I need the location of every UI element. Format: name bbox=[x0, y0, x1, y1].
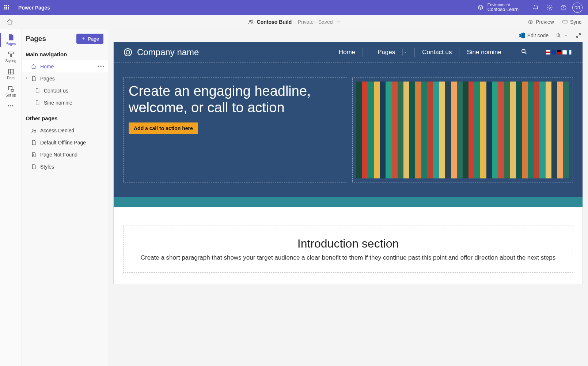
caret-down-icon bbox=[403, 50, 407, 54]
tree-label: Styles bbox=[40, 164, 54, 170]
environment-value: Contoso Learn bbox=[488, 7, 519, 12]
rail-styling[interactable]: Styling bbox=[0, 49, 22, 66]
svg-point-0 bbox=[549, 7, 551, 8]
tree-item-home[interactable]: Home ••• bbox=[22, 60, 108, 72]
intro-body[interactable]: Create a short paragraph that shows your… bbox=[138, 254, 558, 261]
svg-point-4 bbox=[251, 20, 253, 21]
sync-button[interactable]: Sync bbox=[562, 19, 581, 25]
svg-point-12 bbox=[33, 154, 34, 155]
environment-label: Environment bbox=[488, 3, 519, 7]
nav-sine[interactable]: Sine nomine bbox=[459, 48, 509, 57]
section-main-nav: Main navigation bbox=[22, 48, 108, 60]
chevron-down-icon bbox=[564, 33, 568, 38]
tree-label: Contact us bbox=[44, 88, 68, 94]
tree-label: Page Not Found bbox=[40, 152, 77, 158]
settings-icon[interactable] bbox=[543, 4, 557, 11]
rail-setup-label: Set up bbox=[0, 93, 22, 97]
tree-label: Home bbox=[40, 64, 54, 69]
site-nav-links: Home Pages Contact us Sine nomine bbox=[331, 48, 509, 57]
tree-label: Access Denied bbox=[40, 128, 74, 133]
tree-label: Default Offline Page bbox=[40, 140, 86, 146]
site-logo-icon[interactable] bbox=[124, 48, 132, 56]
rail-more[interactable]: ••• bbox=[0, 102, 22, 111]
environment-picker[interactable]: Environment Contoso Learn bbox=[477, 3, 519, 12]
edit-code-label: Edit code bbox=[527, 33, 549, 38]
site-selector[interactable]: Contoso Build - Private - Saved bbox=[247, 19, 341, 25]
people-icon bbox=[247, 19, 254, 25]
tree-item-styles[interactable]: Styles bbox=[22, 161, 108, 173]
svg-point-3 bbox=[249, 20, 251, 22]
site-state: - Private - Saved bbox=[295, 19, 333, 25]
rail-setup[interactable]: Set up bbox=[0, 83, 22, 100]
home-icon bbox=[31, 64, 37, 69]
svg-point-10 bbox=[33, 129, 34, 130]
tree-item-notfound[interactable]: Page Not Found bbox=[22, 148, 108, 161]
chevron-down-icon bbox=[335, 19, 341, 24]
add-page-label: Page bbox=[88, 36, 99, 42]
preview-button[interactable]: Preview bbox=[528, 19, 554, 25]
intro-section[interactable]: Introduction section Create a short para… bbox=[114, 207, 583, 284]
tree-item-more[interactable]: ••• bbox=[98, 64, 105, 69]
tree-item-pages[interactable]: Pages bbox=[22, 72, 108, 84]
section-other: Other pages bbox=[22, 112, 108, 124]
hero-image-column[interactable] bbox=[352, 78, 573, 182]
flag-icon bbox=[546, 50, 550, 54]
hero-section[interactable]: Create an engaging headline, welcome, or… bbox=[114, 63, 583, 197]
canvas: Edit code Company name Home Pages Contac… bbox=[108, 29, 588, 366]
tree-item-offline[interactable]: Default Offline Page bbox=[22, 136, 108, 148]
svg-rect-6 bbox=[563, 20, 567, 23]
rail-data-label: Data bbox=[0, 76, 22, 80]
data-icon bbox=[7, 68, 15, 75]
sync-icon bbox=[562, 19, 568, 25]
svg-rect-11 bbox=[34, 131, 36, 132]
expand-icon bbox=[576, 33, 581, 38]
user-lock-icon bbox=[31, 128, 37, 133]
user-avatar[interactable]: DR bbox=[570, 3, 584, 13]
edit-code-button[interactable]: Edit code bbox=[519, 33, 549, 38]
notifications-icon[interactable] bbox=[529, 4, 543, 11]
nav-home[interactable]: Home bbox=[331, 48, 363, 57]
expand-button[interactable] bbox=[576, 33, 581, 38]
hero-headline[interactable]: Create an engaging headline, welcome, or… bbox=[129, 83, 342, 116]
site-brand[interactable]: Company name bbox=[137, 47, 199, 57]
preview-stage[interactable]: Company name Home Pages Contact us Sine … bbox=[113, 42, 583, 284]
pages-panel: Pages Page Main navigation Home ••• Page… bbox=[22, 29, 108, 366]
svg-rect-7 bbox=[8, 69, 13, 74]
tree-item-sine[interactable]: Sine nomine bbox=[22, 97, 108, 109]
environment-icon bbox=[477, 4, 484, 11]
nav-pages[interactable]: Pages bbox=[363, 48, 415, 57]
help-icon[interactable] bbox=[557, 4, 570, 11]
hero-cta-button[interactable]: Add a call to action here bbox=[129, 122, 198, 134]
styling-icon bbox=[7, 51, 15, 58]
site-navbar: Company name Home Pages Contact us Sine … bbox=[114, 42, 583, 63]
preview-label: Preview bbox=[536, 19, 554, 25]
tree-item-contact[interactable]: Contact us bbox=[22, 84, 108, 97]
eye-icon bbox=[528, 19, 534, 25]
page-icon bbox=[34, 100, 40, 106]
tree-item-access-denied[interactable]: Access Denied bbox=[22, 124, 108, 136]
intro-title[interactable]: Introduction section bbox=[138, 237, 558, 250]
intro-text-block[interactable]: Introduction section Create a short para… bbox=[123, 226, 573, 273]
svg-point-9 bbox=[11, 89, 14, 92]
home-icon[interactable] bbox=[7, 19, 21, 25]
chevron-right-icon[interactable] bbox=[24, 76, 29, 82]
flag-icon bbox=[557, 50, 561, 54]
tree-label: Pages bbox=[40, 76, 55, 82]
page-icon bbox=[31, 140, 37, 146]
app-topbar: Power Pages Environment Contoso Learn DR bbox=[0, 0, 588, 15]
rail-data[interactable]: Data bbox=[0, 66, 22, 83]
zoom-button[interactable] bbox=[556, 33, 568, 38]
rail-styling-label: Styling bbox=[0, 59, 22, 63]
app-launcher-icon[interactable] bbox=[4, 5, 10, 11]
left-rail: Pages Styling Data Set up ••• bbox=[0, 29, 22, 366]
nav-contact[interactable]: Contact us bbox=[415, 48, 459, 57]
hero-text-column[interactable]: Create an engaging headline, welcome, or… bbox=[123, 78, 347, 182]
rail-pages[interactable]: Pages bbox=[0, 31, 22, 49]
flag-icon bbox=[562, 50, 567, 54]
breadcrumb-bar: Contoso Build - Private - Saved Preview … bbox=[0, 15, 588, 29]
language-picker[interactable] bbox=[539, 50, 572, 54]
site-search-icon[interactable] bbox=[514, 48, 534, 56]
panel-title: Pages bbox=[26, 35, 46, 43]
tree-label: Sine nomine bbox=[44, 100, 72, 106]
add-page-button[interactable]: Page bbox=[76, 34, 103, 44]
